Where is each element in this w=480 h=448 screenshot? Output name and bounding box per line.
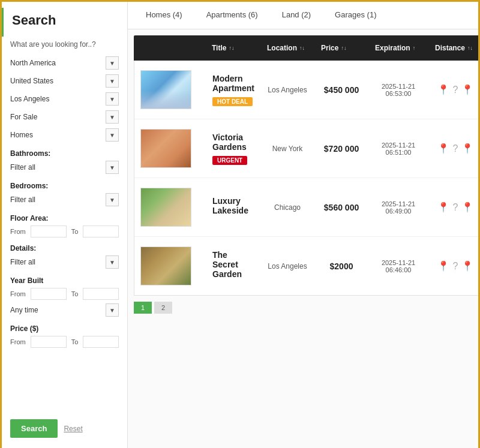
listing-img-cell	[134, 184, 206, 230]
details-dropdown-btn[interactable]: ▼	[106, 255, 119, 269]
bedrooms-select-row: Filter all ▼	[2, 191, 127, 208]
time-value: Any time	[10, 306, 106, 314]
pin-icon[interactable]: 📍	[461, 84, 473, 95]
country-select-row: United States ▼	[2, 73, 127, 89]
price-to-input[interactable]	[83, 336, 119, 348]
tab-garages[interactable]: Garages (1)	[323, 2, 388, 29]
search-label: What are you looking for..?	[2, 37, 127, 52]
price-range: From To	[2, 334, 127, 350]
region-dropdown-btn[interactable]: ▼	[106, 56, 119, 70]
info-icon[interactable]: ?	[453, 143, 458, 154]
th-distance-label: Distance	[435, 44, 465, 52]
listing-title: The Secret Garden	[212, 250, 254, 279]
listing-expiration: 2025-11-21 06:51:00	[368, 138, 428, 160]
listing-image[interactable]	[140, 129, 191, 168]
listing-image[interactable]	[140, 188, 191, 227]
details-value: Filter all	[10, 258, 106, 266]
listing-row: The Secret GardenLos Angeles$20002025-11…	[134, 237, 480, 295]
info-icon[interactable]: ?	[453, 202, 458, 213]
listing-row: Victoria GardensURGENTNew York$720 00020…	[134, 119, 480, 178]
bathrooms-dropdown-btn[interactable]: ▼	[106, 161, 119, 174]
page-btn-1[interactable]: 1	[134, 302, 152, 314]
floor-to-input[interactable]	[83, 225, 119, 237]
info-icon[interactable]: ?	[453, 261, 458, 272]
sale-type-dropdown-btn[interactable]: ▼	[106, 110, 119, 124]
location-icon[interactable]: 📍	[437, 260, 449, 272]
bathrooms-value: Filter all	[10, 163, 106, 172]
listing-actions: 📍?📍	[428, 139, 480, 158]
tabs-bar: Homes (4) Apartments (6) Land (2) Garage…	[128, 2, 480, 29]
listing-expiration: 2025-11-21 06:49:00	[368, 197, 428, 218]
region-select-row: North America ▼	[2, 55, 127, 71]
floor-to-label: To	[71, 228, 79, 235]
tab-apartments[interactable]: Apartments (6)	[194, 2, 270, 29]
bedrooms-label: Bedrooms:	[2, 177, 127, 191]
bedrooms-dropdown-btn[interactable]: ▼	[106, 193, 119, 206]
details-arrow: ▼	[109, 259, 115, 266]
page-btn-2[interactable]: 2	[154, 302, 172, 314]
listing-location: Los Angeles	[260, 258, 314, 274]
listing-img-cell	[134, 67, 206, 113]
sale-type-value: For Sale	[10, 113, 106, 121]
tab-homes[interactable]: Homes (4)	[134, 2, 194, 29]
reset-link[interactable]: Reset	[64, 425, 82, 433]
listing-expiration: 2025-11-21 06:53:00	[368, 79, 428, 101]
th-distance-sort: ↑↓	[467, 45, 473, 51]
location-icon[interactable]: 📍	[437, 143, 449, 154]
year-to-label: To	[71, 290, 79, 297]
th-expiration[interactable]: Expiration ↑	[369, 41, 429, 55]
floor-area-label: Floor Area:	[2, 209, 127, 224]
pin-icon[interactable]: 📍	[461, 202, 473, 213]
floor-from-input[interactable]	[31, 225, 67, 237]
city-value: Los Angeles	[10, 95, 106, 103]
country-dropdown-btn[interactable]: ▼	[106, 74, 119, 88]
year-from-input[interactable]	[31, 288, 67, 300]
th-distance[interactable]: Distance ↑↓	[429, 41, 480, 55]
listing-img-cell	[134, 125, 206, 172]
location-icon[interactable]: 📍	[437, 202, 449, 213]
listing-image[interactable]	[140, 70, 191, 109]
bathrooms-arrow: ▼	[109, 164, 115, 171]
th-title[interactable]: Title ↑↓	[206, 41, 261, 55]
listing-price: $720 000	[314, 140, 368, 157]
tab-land[interactable]: Land (2)	[270, 2, 323, 29]
time-arrow: ▼	[109, 307, 115, 314]
details-label: Details:	[2, 239, 127, 254]
pin-icon[interactable]: 📍	[461, 143, 473, 154]
th-price[interactable]: Price ↑↓	[315, 41, 369, 55]
listing-image[interactable]	[140, 246, 191, 285]
th-location[interactable]: Location ↑↓	[261, 41, 315, 55]
price-to-label: To	[71, 338, 79, 345]
main-content: Homes (4) Apartments (6) Land (2) Garage…	[128, 2, 480, 448]
category-dropdown-btn[interactable]: ▼	[106, 128, 119, 142]
listing-title: Victoria Gardens	[212, 133, 254, 152]
location-icon[interactable]: 📍	[437, 84, 449, 95]
info-icon[interactable]: ?	[453, 85, 458, 95]
country-value: United States	[10, 77, 106, 85]
region-dropdown-arrow: ▼	[109, 60, 115, 67]
category-value: Homes	[10, 131, 106, 139]
city-dropdown-arrow: ▼	[109, 96, 115, 103]
listing-row: Modern ApartmentHOT DEALLos Angeles$450 …	[134, 61, 480, 119]
city-dropdown-btn[interactable]: ▼	[106, 92, 119, 106]
listing-price: $2000	[314, 258, 368, 275]
listing-title-cell: The Secret Garden	[206, 246, 260, 286]
region-value: North America	[10, 59, 106, 67]
price-from-input[interactable]	[31, 336, 67, 348]
pagination: 1 2	[134, 302, 480, 314]
category-select-row: Homes ▼	[2, 127, 127, 143]
search-button[interactable]: Search	[10, 419, 58, 438]
price-label: Price ($)	[2, 320, 127, 334]
time-dropdown-btn[interactable]: ▼	[106, 303, 119, 317]
listing-title-cell: Victoria GardensURGENT	[206, 129, 260, 169]
year-to-input[interactable]	[83, 288, 119, 300]
listing-actions: 📍?📍	[428, 198, 480, 217]
listings-container: Modern ApartmentHOT DEALLos Angeles$450 …	[134, 61, 480, 296]
year-built-label: Year Built	[2, 272, 127, 286]
listing-price: $560 000	[314, 199, 368, 216]
year-built-range: From To	[2, 286, 127, 302]
pin-icon[interactable]: 📍	[461, 260, 473, 272]
bedrooms-value: Filter all	[10, 196, 106, 204]
floor-from-label: From	[10, 228, 26, 235]
sale-type-arrow: ▼	[109, 114, 115, 121]
